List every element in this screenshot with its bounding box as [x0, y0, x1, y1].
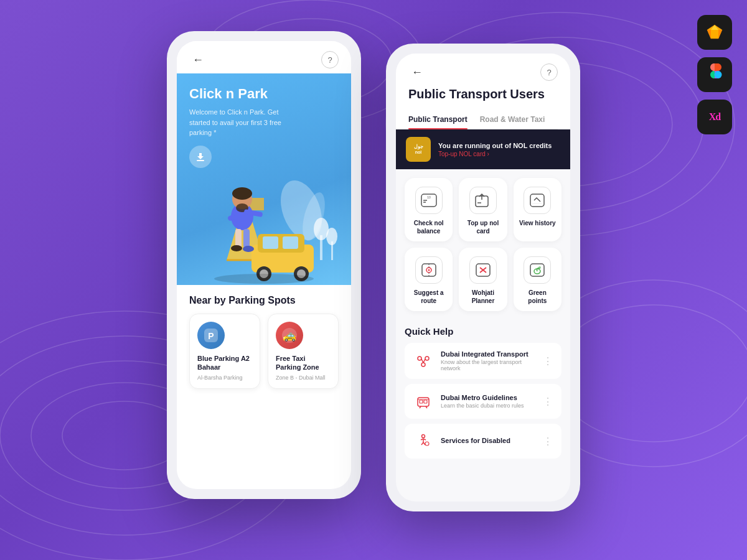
phone1-hero-title: Click n Park [189, 86, 339, 102]
svg-rect-72 [420, 400, 423, 403]
help-item-dubai-metro[interactable]: Dubai Metro Guidelines Learn the basic d… [405, 384, 561, 419]
check-nol-label: Check nol balance [410, 219, 448, 235]
disabled-services-text: Services for Disabled [441, 437, 535, 446]
phone2-page-title: Public Transport Users [408, 87, 558, 101]
figma-icon[interactable] [697, 57, 732, 92]
green-points-icon [524, 256, 551, 284]
action-topup-nol[interactable]: Top up nol card [459, 178, 507, 241]
nol-logo-text: nol [415, 150, 422, 155]
sketch-icon[interactable] [697, 15, 732, 50]
phone2-header: ← ? Public Transport Users Public Transp… [396, 54, 570, 129]
suggest-route-label: Suggest a route [410, 289, 448, 305]
tool-icons-panel: Xd [697, 15, 732, 134]
phone1-header: ← ? [177, 41, 351, 73]
quick-help-title: Quick Help [405, 326, 561, 337]
green-points-label: Green points [519, 289, 557, 305]
parking-icon-taxi: 🚕 [276, 322, 303, 349]
xd-icon[interactable]: Xd [697, 100, 732, 134]
tab-road-water-taxi[interactable]: Road & Water Taxi [480, 110, 545, 129]
phone2-quick-help: Quick Help Dubai Integrated Transpo [396, 320, 570, 465]
phone1-nearby-title: Near by Parking Spots [189, 295, 339, 306]
svg-point-78 [425, 442, 429, 446]
phone2-screen: ← ? Public Transport Users Public Transp… [396, 54, 570, 502]
parking-sub-blue: Al-Barsha Parking [197, 375, 252, 381]
action-view-history[interactable]: View history [514, 178, 561, 241]
svg-point-66 [421, 363, 425, 366]
nol-topup-link[interactable]: Top-up NOL card › [438, 151, 560, 157]
svg-rect-73 [424, 400, 427, 403]
action-suggest-route[interactable]: Suggest a route [405, 248, 453, 311]
svg-point-19 [326, 228, 337, 245]
svg-rect-25 [263, 236, 278, 249]
phone1-hero-subtitle: Welcome to Click n Park. Get started to … [189, 107, 289, 138]
dubai-metro-more[interactable]: ⋮ [543, 396, 553, 408]
parking-icon-blue: P [197, 322, 225, 349]
svg-rect-26 [283, 236, 298, 249]
nol-warning-text-block: You are running out of NOL credits Top-u… [438, 142, 560, 157]
parking-card-blue[interactable]: P Blue Parking A2 Bahaar Al-Barsha Parki… [189, 314, 260, 389]
dubai-integrated-more[interactable]: ⋮ [543, 355, 553, 367]
dubai-integrated-icon [413, 351, 433, 371]
disabled-services-name: Services for Disabled [441, 437, 535, 444]
nol-warning-message: You are running out of NOL credits [438, 142, 560, 149]
help-item-disabled[interactable]: Services for Disabled ⋮ [405, 424, 561, 459]
phone1-screen: ← ? Click n Park Welcome to Click n Park… [177, 41, 351, 489]
svg-text:10: 10 [427, 195, 431, 199]
phone1-help-button[interactable]: ? [321, 51, 339, 68]
svg-point-39 [231, 245, 242, 251]
view-history-icon [524, 187, 551, 214]
svg-point-57 [428, 269, 430, 271]
parking-sub-taxi: Zone B - Dubai Mall [276, 375, 331, 381]
topup-nol-label: Top up nol card [464, 219, 502, 235]
svg-line-70 [423, 359, 425, 363]
dubai-integrated-desc: Know about the largest transport network [441, 359, 535, 371]
dubai-metro-name: Dubai Metro Guidelines [441, 394, 535, 401]
dubai-integrated-text: Dubai Integrated Transport Know about th… [441, 350, 535, 371]
parking-card-taxi[interactable]: 🚕 Free Taxi Parking Zone Zone B - Dubai … [268, 314, 339, 389]
svg-line-69 [421, 359, 423, 363]
dubai-metro-icon [413, 391, 433, 411]
check-nol-icon: 10 [415, 187, 443, 214]
parking-name-blue: Blue Parking A2 Bahaar [197, 354, 252, 372]
disabled-services-more[interactable]: ⋮ [543, 436, 553, 447]
nol-logo-arabic: جول [414, 144, 423, 150]
phone1-frame: ← ? Click n Park Welcome to Click n Park… [167, 31, 361, 499]
suggest-route-icon [415, 256, 443, 284]
svg-rect-35 [235, 229, 242, 248]
svg-point-68 [425, 357, 429, 360]
phone2-help-button[interactable]: ? [540, 63, 558, 81]
action-check-nol[interactable]: 10 Check nol balance [405, 178, 453, 241]
dubai-integrated-name: Dubai Integrated Transport [441, 350, 535, 358]
dubai-metro-text: Dubai Metro Guidelines Learn the basic d… [441, 394, 535, 409]
svg-rect-53 [530, 194, 544, 207]
phone2-frame: ← ? Public Transport Users Public Transp… [386, 44, 580, 511]
svg-text:🚕: 🚕 [283, 329, 297, 342]
tab-public-transport[interactable]: Public Transport [408, 110, 467, 129]
svg-point-67 [418, 357, 421, 360]
phone1-back-button[interactable]: ← [189, 51, 207, 68]
wohjati-icon [469, 256, 497, 284]
svg-rect-36 [243, 229, 250, 248]
phone1-illustration [177, 136, 351, 285]
phone2-tabs: Public Transport Road & Water Taxi [408, 110, 558, 129]
svg-point-65 [538, 266, 541, 269]
help-item-dubai-integrated[interactable]: Dubai Integrated Transport Know about th… [405, 343, 561, 379]
topup-nol-icon [469, 187, 497, 214]
svg-point-41 [214, 274, 314, 284]
phone1-parking-cards: P Blue Parking A2 Bahaar Al-Barsha Parki… [189, 314, 339, 389]
action-wohjati[interactable]: Wohjati Planner [459, 248, 507, 311]
nol-logo: جول nol [406, 137, 431, 162]
svg-point-77 [422, 435, 425, 438]
svg-point-12 [715, 71, 722, 78]
parking-name-taxi: Free Taxi Parking Zone [276, 354, 331, 372]
disabled-services-icon [413, 431, 433, 451]
svg-text:P: P [208, 331, 214, 341]
dubai-metro-desc: Learn the basic dubai metro rules [441, 403, 535, 409]
svg-point-33 [232, 187, 252, 200]
view-history-label: View history [519, 219, 556, 227]
action-green-points[interactable]: Green points [514, 248, 561, 311]
phone2-back-button[interactable]: ← [408, 63, 426, 81]
phone2-action-grid: 10 Check nol balance [396, 169, 570, 320]
nol-warning-banner[interactable]: جول nol You are running out of NOL credi… [396, 129, 570, 169]
phone1-hero: Click n Park Welcome to Click n Park. Ge… [177, 73, 351, 285]
